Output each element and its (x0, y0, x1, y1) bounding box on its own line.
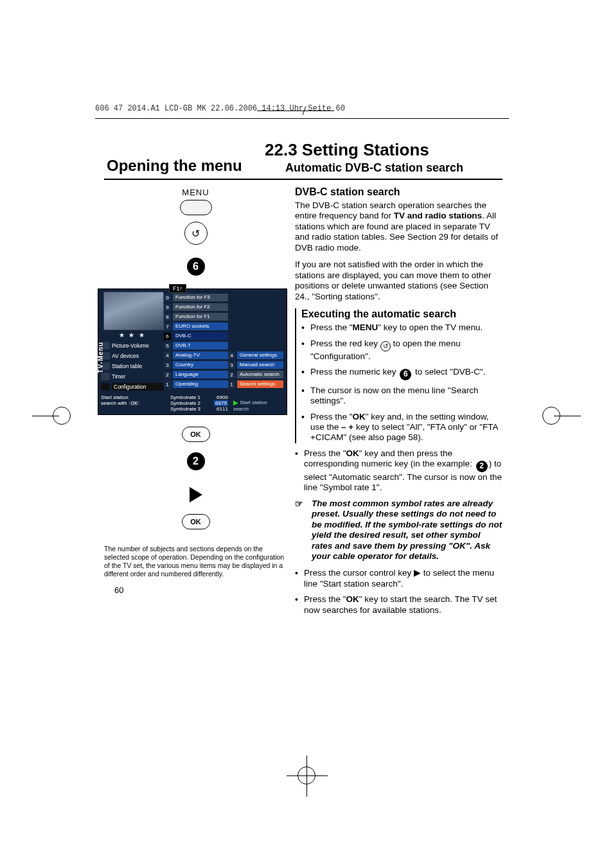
num-box: 9 (164, 304, 171, 311)
header-rule (257, 111, 334, 111)
footnote: The number of subjects and sections depe… (104, 545, 287, 579)
num-box: 2 (164, 371, 171, 378)
para-intro-1: The DVB-C station search operation searc… (295, 200, 502, 253)
tvmenu-stars: ★ ★ ★ (101, 332, 164, 339)
num-box: 1 (164, 381, 171, 388)
page-content: Opening the menu 22.3 Setting Stations A… (104, 140, 502, 691)
tvmenu-mid-item: EURO sockets (173, 323, 228, 330)
rate-label: Symbolrate 2 (170, 400, 200, 406)
tvmenu-mid-item: Function for F3 (173, 294, 228, 301)
rate-label: Symbolrate 1 (170, 394, 200, 400)
tip-note: ☞ The most common symbol rates are alrea… (295, 499, 502, 562)
tvmenu-preview-thumb (103, 292, 164, 330)
step-6: Press the "OK" key and then press the co… (295, 448, 502, 493)
rate-value: 6900 (217, 394, 228, 400)
numeric-2-icon: 2 (187, 452, 205, 470)
num-box: 6 (164, 333, 171, 340)
page-number: 60 (114, 585, 287, 595)
tvmenu-mid-item: Operating (173, 380, 228, 388)
tvmenu-right-item: General settings (237, 351, 283, 359)
step-1: Press the "MENU" key to open the TV menu… (301, 323, 502, 333)
pointer-icon: ☞ (295, 499, 303, 509)
tvmenu-mid-item: Country (173, 361, 228, 369)
num-box: 1 (228, 381, 235, 388)
step-8: Press the "OK" key to start the search. … (295, 594, 502, 616)
tvmenu-mid-item: Language (173, 371, 228, 378)
back-glyph: ↺ (191, 227, 200, 240)
num-box: 3 (228, 362, 235, 369)
tvmenu-hint: search with (101, 400, 127, 406)
registration-mark (298, 766, 315, 784)
start-search-label: Start station search (233, 400, 267, 412)
tvmenu-right-col: 4General settings 3Manuall search 2Autom… (228, 289, 283, 392)
tvmenu-mid-col: 0Function for F3 9Function for F2 8Funct… (164, 289, 228, 392)
para-intro-2: If you are not satisfied with the order … (295, 260, 502, 302)
tvmenu-left-item: Picture-Volume (112, 342, 164, 349)
num-box: 4 (228, 352, 235, 359)
numeric-2-inline-icon: 2 (476, 461, 488, 472)
ok-button-icon: OK (182, 514, 210, 529)
tvmenu-right-item: Manuall search (237, 361, 283, 369)
section-number-title: 22.3 Setting Stations (265, 140, 502, 160)
remote-sequence-top: MENU ↺ 6 (104, 188, 287, 285)
rate-label: Symbolrate 3 (170, 406, 200, 412)
section-subtitle: Automatic DVB-C station search (265, 161, 502, 175)
num-box: 0 (164, 294, 171, 301)
ok-pill-icon: OK (129, 401, 140, 405)
numeric-6-inline-icon: 6 (400, 369, 411, 380)
tvmenu-left-item-selected: Configuration (112, 383, 164, 391)
step-5: Press the "OK" key and, in the setting w… (301, 412, 502, 443)
two-column-body: MENU ↺ 6 F1↑ TV-Menu ★ ★ ★ Picture-Volum… (104, 182, 502, 621)
ok-button-icon: OK (182, 427, 210, 442)
step-3: Press the numeric key 6 to select "DVB-C… (301, 367, 502, 380)
right-column: DVB-C station search The DVB-C station s… (295, 182, 502, 621)
tvmenu-left-item: Station table (112, 363, 164, 369)
remote-sequence-bottom: OK 2 OK (104, 427, 287, 529)
print-header: 606 47 2014.A1 LCD-GB MK 22.06.2006 14:1… (95, 104, 345, 113)
tvmenu-left-item: Timer (112, 373, 164, 380)
right-arrow-icon (190, 487, 202, 502)
tv-menu-screenshot: F1↑ TV-Menu ★ ★ ★ Picture-Volume AV devi… (98, 288, 287, 415)
subheading-exec: Executing the automatic search (301, 308, 502, 320)
step-4: The cursor is now on the menu line "Sear… (301, 385, 502, 407)
subheading-dvbc: DVB-C station search (295, 186, 502, 198)
step-7: Press the cursor control key ▶ to select… (295, 568, 502, 589)
executing-block: Executing the automatic search Press the… (295, 308, 502, 443)
step-2: Press the red key ↺ to open the menu "Co… (301, 339, 502, 362)
tvmenu-mid-item-selected: DVB-C (173, 332, 228, 340)
tvmenu-right-item-highlight: Search settings (237, 380, 283, 388)
menu-button-icon (180, 200, 212, 215)
back-icon-inline: ↺ (380, 341, 391, 351)
back-button-icon: ↺ (184, 222, 208, 245)
rate-value: 6111 (217, 406, 228, 412)
tv-menu-side-label: TV-Menu (97, 342, 104, 373)
menu-label: MENU (104, 188, 287, 197)
numeric-6-icon: 6 (187, 258, 205, 276)
tvmenu-mid-item: Function for F1 (173, 313, 228, 321)
tvmenu-mid-item: Analog-TV (173, 351, 228, 359)
tvmenu-right-item: Automatic search (237, 371, 283, 378)
num-box: 8 (164, 314, 171, 321)
left-column: MENU ↺ 6 F1↑ TV-Menu ★ ★ ★ Picture-Volum… (104, 182, 287, 621)
tvmenu-footer: Start station search with OK Symbolrate … (101, 394, 284, 412)
tvmenu-left-col: ★ ★ ★ Picture-Volume AV devices Station … (98, 289, 164, 392)
tvmenu-left-item: AV devices (112, 353, 164, 359)
header-bottom-rule (95, 118, 509, 119)
play-icon: ▶ (233, 399, 238, 406)
num-box: 5 (164, 342, 171, 350)
num-box: 3 (164, 362, 171, 369)
title-row: Opening the menu 22.3 Setting Stations A… (104, 140, 502, 180)
tvmenu-mid-item: DVB-T (173, 342, 228, 350)
num-box: 4 (164, 352, 171, 359)
num-box: 2 (228, 371, 235, 378)
rate-value: 6875 (214, 400, 228, 406)
tvmenu-hint: Start station (101, 394, 129, 400)
num-box: 7 (164, 323, 171, 330)
title-right: 22.3 Setting Stations Automatic DVB-C st… (265, 140, 502, 175)
tvmenu-mid-item: Function for F2 (173, 303, 228, 311)
title-left: Opening the menu (104, 157, 265, 175)
